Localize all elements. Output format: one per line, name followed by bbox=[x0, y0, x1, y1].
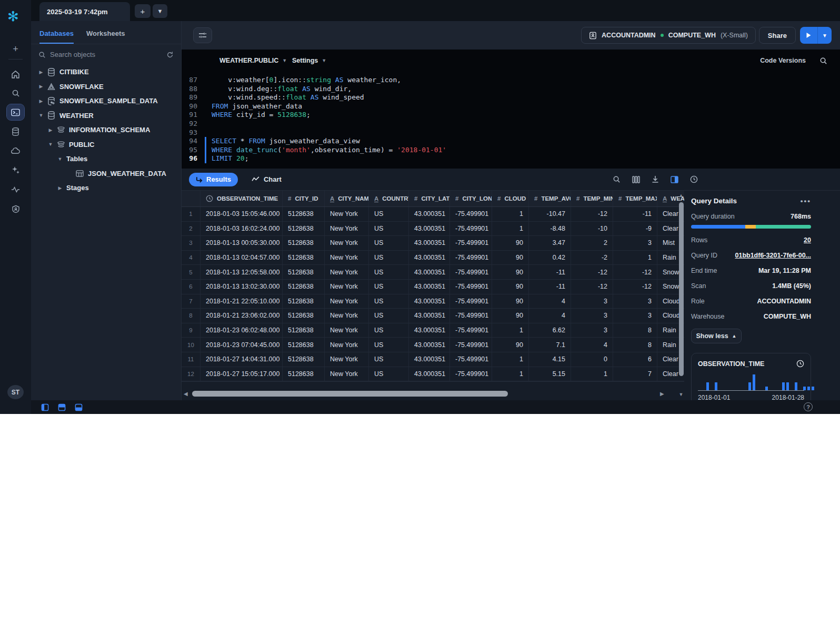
scroll-down-icon[interactable]: ▼ bbox=[678, 392, 684, 397]
rail-cloud-button[interactable] bbox=[7, 143, 24, 159]
cell[interactable]: -75.499901 bbox=[450, 352, 492, 367]
cell[interactable]: New York bbox=[325, 294, 369, 309]
cell[interactable]: New York bbox=[325, 352, 369, 367]
detail-value[interactable]: 20 bbox=[804, 236, 811, 244]
cell[interactable]: 90 bbox=[492, 251, 529, 265]
tree-item-json_weather_data[interactable]: JSON_WEATHER_DATA bbox=[31, 166, 181, 181]
cell[interactable]: US bbox=[369, 265, 409, 279]
cell[interactable]: 5128638 bbox=[283, 309, 325, 323]
cell[interactable]: -11 bbox=[613, 207, 657, 221]
cell[interactable]: New York bbox=[325, 309, 369, 323]
help-icon[interactable]: ? bbox=[804, 402, 813, 411]
code-line-91[interactable]: 91WHERE city_id = 5128638; bbox=[182, 111, 446, 120]
cell[interactable]: 2018-01-03 15:05:46.000 bbox=[201, 207, 283, 221]
cell[interactable]: 4 bbox=[529, 309, 571, 323]
chevron-right-icon[interactable]: ▶ bbox=[38, 70, 44, 75]
code-versions-button[interactable]: Code Versions bbox=[760, 57, 806, 64]
cell[interactable]: 4 bbox=[571, 338, 613, 352]
cell[interactable]: 5128638 bbox=[283, 222, 325, 236]
cell[interactable]: 2 bbox=[571, 236, 613, 250]
worksheet-tab[interactable]: 2025-03-19 7:42pm bbox=[39, 2, 130, 21]
rail-plus-button[interactable]: + bbox=[7, 41, 24, 57]
cell[interactable]: 0 bbox=[571, 352, 613, 367]
column-header-city_lon[interactable]: #CITY_LON bbox=[450, 191, 492, 206]
chevron-right-icon[interactable]: ▶ bbox=[38, 98, 44, 104]
cell[interactable]: -12 bbox=[613, 265, 657, 279]
cell[interactable]: 43.000351 bbox=[409, 207, 450, 221]
avatar[interactable]: ST bbox=[7, 385, 24, 399]
cell[interactable]: New York bbox=[325, 265, 369, 279]
code-line-93[interactable]: 93 bbox=[182, 129, 446, 137]
vertical-scroll-thumb[interactable] bbox=[679, 202, 684, 376]
cell[interactable]: 90 bbox=[492, 236, 529, 250]
detail-value[interactable]: 01bb1df6-3201-7fe6-00... bbox=[735, 252, 811, 259]
cell[interactable]: New York bbox=[325, 338, 369, 352]
cell[interactable]: 3 bbox=[571, 294, 613, 309]
observation-time-stats-card[interactable]: OBSERVATION_TIME 2018-01-01 2018-01-28 bbox=[691, 353, 811, 400]
cell[interactable]: New York bbox=[325, 323, 369, 338]
cell[interactable]: 1 bbox=[492, 207, 529, 221]
cell[interactable]: 43.000351 bbox=[409, 265, 450, 279]
cell[interactable]: 5128638 bbox=[283, 323, 325, 338]
cell[interactable]: 43.000351 bbox=[409, 251, 450, 265]
cell[interactable]: 0.42 bbox=[529, 251, 571, 265]
cell[interactable]: 3 bbox=[571, 309, 613, 323]
cell[interactable]: 43.000351 bbox=[409, 352, 450, 367]
tree-item-snowflake_sample_data[interactable]: ▶SNOWFLAKE_SAMPLE_DATA bbox=[31, 94, 181, 108]
tab-databases[interactable]: Databases bbox=[39, 29, 74, 44]
history-clock-icon[interactable] bbox=[690, 175, 698, 183]
tab-list-dropdown-button[interactable]: ▼ bbox=[153, 4, 167, 18]
cell[interactable]: US bbox=[369, 207, 409, 221]
rail-database-button[interactable] bbox=[7, 124, 24, 140]
chevron-down-icon[interactable]: ▼ bbox=[48, 142, 53, 147]
cell[interactable]: -11 bbox=[529, 265, 571, 279]
cell[interactable]: -75.499901 bbox=[450, 309, 492, 323]
show-less-button[interactable]: Show less ▲ bbox=[691, 329, 742, 343]
cell[interactable]: 5128638 bbox=[283, 251, 325, 265]
more-options-icon[interactable]: ••• bbox=[801, 197, 811, 205]
tree-item-tables[interactable]: ▼Tables bbox=[31, 152, 181, 166]
cell[interactable]: -75.499901 bbox=[450, 236, 492, 250]
cell[interactable]: -75.499901 bbox=[450, 207, 492, 221]
cell[interactable]: -8.48 bbox=[529, 222, 571, 236]
horizontal-scrollbar[interactable]: ◀ ▶ bbox=[184, 390, 671, 398]
cell[interactable]: 2018-01-23 07:04:45.000 bbox=[201, 338, 283, 352]
cell[interactable]: 5128638 bbox=[283, 207, 325, 221]
cell[interactable]: 3 bbox=[613, 236, 657, 250]
cell[interactable]: 2018-01-13 00:05:30.000 bbox=[201, 236, 283, 250]
column-header-cloud[interactable]: #CLOUD bbox=[492, 191, 529, 206]
download-icon[interactable] bbox=[652, 175, 659, 183]
cell[interactable]: 43.000351 bbox=[409, 236, 450, 250]
cell[interactable]: US bbox=[369, 338, 409, 352]
cell[interactable]: 3 bbox=[571, 323, 613, 338]
code-line-95[interactable]: 95WHERE date_trunc('month',observation_t… bbox=[182, 146, 446, 155]
editor-context-dropdown[interactable]: WEATHER.PUBLIC ▼ bbox=[219, 57, 287, 64]
cell[interactable]: -10 bbox=[571, 222, 613, 236]
cell[interactable]: US bbox=[369, 352, 409, 367]
cell[interactable]: 2018-01-21 22:05:10.000 bbox=[201, 294, 283, 309]
chevron-right-icon[interactable]: ▶ bbox=[38, 84, 44, 89]
tree-item-citibike[interactable]: ▶CITIBIKE bbox=[31, 65, 181, 80]
results-search-icon[interactable] bbox=[613, 175, 621, 183]
table-row[interactable]: 92018-01-23 06:02:48.0005128638New YorkU… bbox=[182, 323, 684, 338]
code-line-94[interactable]: 94SELECT * FROM json_weather_data_view bbox=[182, 137, 446, 146]
cell[interactable]: 4.15 bbox=[529, 352, 571, 367]
cell[interactable]: -75.499901 bbox=[450, 367, 492, 381]
cell[interactable]: 43.000351 bbox=[409, 280, 450, 294]
cell[interactable]: 3.47 bbox=[529, 236, 571, 250]
chevron-down-icon[interactable]: ▼ bbox=[57, 156, 63, 162]
cell[interactable]: 2018-01-21 23:06:02.000 bbox=[201, 309, 283, 323]
table-row[interactable]: 52018-01-13 12:05:58.0005128638New YorkU… bbox=[182, 265, 684, 280]
cell[interactable]: 5.15 bbox=[529, 367, 571, 381]
cell[interactable]: -10.47 bbox=[529, 207, 571, 221]
search-objects-input[interactable]: Search objects bbox=[50, 51, 162, 58]
cell[interactable]: -11 bbox=[529, 280, 571, 294]
split-panel-icon[interactable] bbox=[671, 176, 678, 183]
rail-search-button[interactable] bbox=[7, 85, 24, 101]
cell[interactable]: 1 bbox=[613, 251, 657, 265]
tab-chart[interactable]: Chart bbox=[252, 175, 282, 183]
cell[interactable]: -75.499901 bbox=[450, 265, 492, 279]
cell[interactable]: -75.499901 bbox=[450, 280, 492, 294]
cell[interactable]: 90 bbox=[492, 265, 529, 279]
cell[interactable]: -75.499901 bbox=[450, 222, 492, 236]
